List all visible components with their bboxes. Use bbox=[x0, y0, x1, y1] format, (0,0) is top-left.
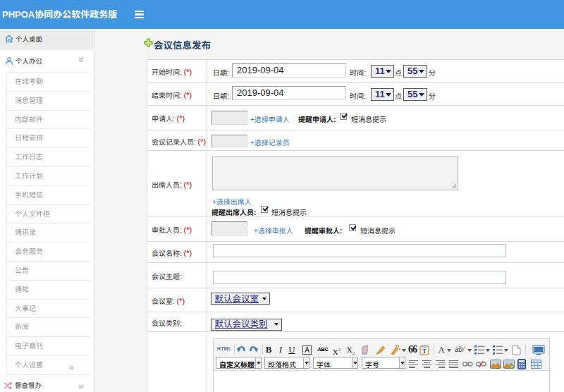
svg-text:T: T bbox=[422, 348, 427, 355]
